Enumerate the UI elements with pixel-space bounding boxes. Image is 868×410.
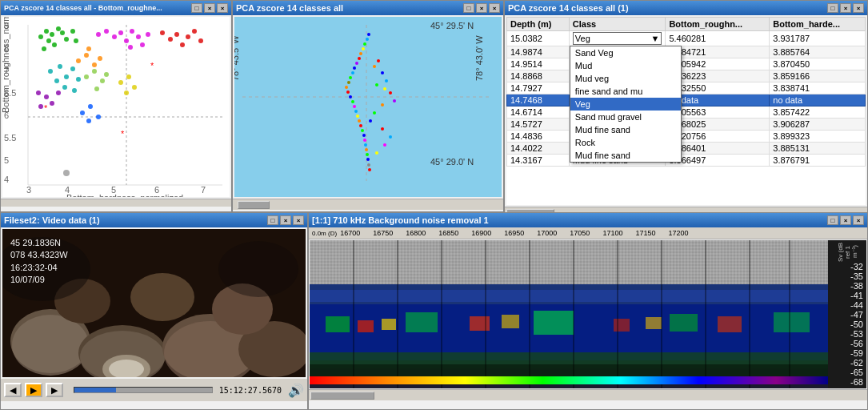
video-maximize[interactable]: × — [280, 215, 291, 225]
svg-text:4: 4 — [4, 175, 9, 184]
svg-point-130 — [383, 143, 386, 147]
col-roughness[interactable]: Bottom_roughn... — [666, 18, 770, 31]
scale-val: -32 — [830, 262, 863, 271]
cell-depth: 14.7927 — [507, 82, 570, 94]
svg-point-51 — [98, 56, 102, 61]
ruler-mark: 17200 — [668, 229, 688, 237]
svg-point-29 — [74, 38, 78, 43]
dropdown-item-sandmudgravel[interactable]: Sand mud gravel — [570, 111, 681, 123]
svg-point-108 — [361, 129, 364, 132]
col-hardness[interactable]: Bottom_harde... — [770, 18, 866, 31]
video-progress-bar[interactable] — [74, 387, 213, 393]
col-depth[interactable]: Depth (m) — [507, 18, 570, 31]
map-minimize[interactable]: □ — [463, 3, 474, 13]
svg-point-124 — [393, 99, 396, 102]
scale-val: -38 — [830, 281, 863, 291]
scale-val: -53 — [830, 329, 863, 339]
svg-point-89 — [366, 38, 369, 41]
svg-rect-167 — [646, 317, 662, 329]
dropdown-item-mudfindsand1[interactable]: Mud fine sand — [570, 123, 681, 136]
map-close[interactable]: × — [489, 3, 500, 13]
cell-hardness: 3.838741 — [770, 82, 866, 94]
svg-point-24 — [60, 30, 65, 35]
col-class[interactable]: Class — [569, 18, 666, 31]
svg-point-64 — [104, 72, 109, 77]
table-row: 14.6714 Mud fine sand 5.605563 3.857422 — [507, 107, 866, 119]
dropdown-item-veg[interactable]: Veg — [570, 98, 681, 111]
svg-point-43 — [180, 42, 185, 47]
table-row: 14.3167 Mud fine sand 5.566497 3.876791 — [507, 155, 866, 167]
dropdown-item-mudfindsand2[interactable]: Mud fine sand — [570, 149, 681, 162]
play-button[interactable]: ▶ — [25, 383, 42, 397]
table-maximize[interactable]: × — [840, 3, 851, 13]
svg-rect-159 — [670, 314, 698, 332]
scale-val: -47 — [830, 310, 863, 320]
cell-depth: 15.0382 — [507, 31, 570, 46]
svg-point-107 — [359, 124, 362, 127]
svg-point-122 — [383, 87, 386, 90]
scatter-close[interactable]: × — [217, 3, 228, 13]
cell-hardness: 3.899323 — [770, 131, 866, 143]
svg-point-21 — [38, 34, 43, 39]
svg-point-78 — [63, 170, 70, 176]
svg-point-60 — [84, 74, 89, 79]
dropdown-item-sandveg[interactable]: Sand Veg — [570, 46, 681, 59]
dropdown-item-mud[interactable]: Mud — [570, 59, 681, 72]
scatter-minimize[interactable]: □ — [191, 3, 202, 13]
sonar-title-bar: [1:1] 710 kHz Background noise removal 1… — [309, 213, 867, 227]
svg-point-25 — [64, 37, 69, 42]
video-close[interactable]: × — [293, 215, 304, 225]
sonar-minimize[interactable]: □ — [827, 215, 838, 225]
svg-point-116 — [368, 168, 371, 171]
sonar-close[interactable]: × — [853, 215, 864, 225]
svg-point-63 — [94, 86, 99, 91]
video-controls: □ × × — [267, 215, 304, 225]
dropdown-item-rock[interactable]: Rock — [570, 136, 681, 149]
cell-hardness: 3.859166 — [770, 70, 866, 82]
svg-point-72 — [132, 85, 137, 90]
svg-point-22 — [56, 26, 61, 31]
table-area: Depth (m) Class Bottom_roughn... Bottom_… — [506, 17, 866, 205]
table-close[interactable]: × — [853, 3, 864, 13]
forward-button[interactable]: ▶ — [46, 383, 63, 397]
volume-icon[interactable]: 🔊 — [288, 383, 304, 398]
svg-point-65 — [36, 90, 41, 95]
scale-label-title: Sv (dB ref 1 m⁻¹) — [837, 242, 858, 262]
sonar-scrollbar[interactable] — [309, 389, 867, 400]
sonar-maximize[interactable]: × — [840, 215, 851, 225]
svg-point-37 — [140, 42, 145, 47]
map-plot-area: 45° 29.5' N 45° 29.0' N 78° 43.5' W 78° … — [234, 17, 502, 197]
map-scrollbar-h[interactable] — [233, 199, 503, 210]
cell-class-dropdown[interactable]: Veg ▼ Sand Veg Mud Mud veg fine sand and… — [569, 31, 666, 46]
ruler-mark: 16850 — [438, 229, 458, 237]
cell-depth: 14.9874 — [507, 46, 570, 58]
table-row-selected: 14.7468 Veg no data no data — [507, 94, 866, 107]
scatter-scrollbar[interactable] — [1, 199, 231, 207]
rewind-button[interactable]: ◀ — [4, 383, 22, 397]
svg-point-123 — [389, 91, 392, 94]
class-dropdown-trigger[interactable]: Veg ▼ — [573, 32, 662, 45]
svg-point-129 — [389, 135, 392, 139]
table-minimize[interactable]: □ — [827, 3, 838, 13]
cell-hardness: 3.906287 — [770, 119, 866, 131]
svg-point-53 — [58, 64, 62, 69]
svg-point-71 — [126, 74, 131, 79]
svg-point-102 — [351, 100, 354, 103]
svg-text:*: * — [44, 103, 48, 113]
video-title-bar: Fileset2: Video data (1) □ × × — [1, 213, 307, 227]
svg-point-95 — [353, 66, 356, 70]
scatter-maximize[interactable]: × — [204, 3, 215, 13]
dropdown-item-finesand[interactable]: fine sand and mu — [570, 85, 681, 98]
scatter-plot-window: PCA zscore 14 classes all - Bottom_rough… — [0, 0, 232, 212]
svg-point-77 — [86, 119, 91, 123]
map-maximize[interactable]: × — [476, 3, 487, 13]
svg-text:78° 43.5' W: 78° 43.5' W — [234, 35, 240, 81]
table-title: PCA zscore 14 classes all (1) — [508, 3, 629, 13]
video-minimize[interactable]: □ — [267, 215, 278, 225]
svg-rect-165 — [382, 319, 396, 330]
svg-point-128 — [381, 127, 384, 131]
dropdown-item-mudveg[interactable]: Mud veg — [570, 72, 681, 85]
svg-point-126 — [373, 111, 376, 115]
cell-roughness: 5.460281 — [666, 31, 770, 46]
dropdown-arrow: ▼ — [651, 34, 660, 43]
